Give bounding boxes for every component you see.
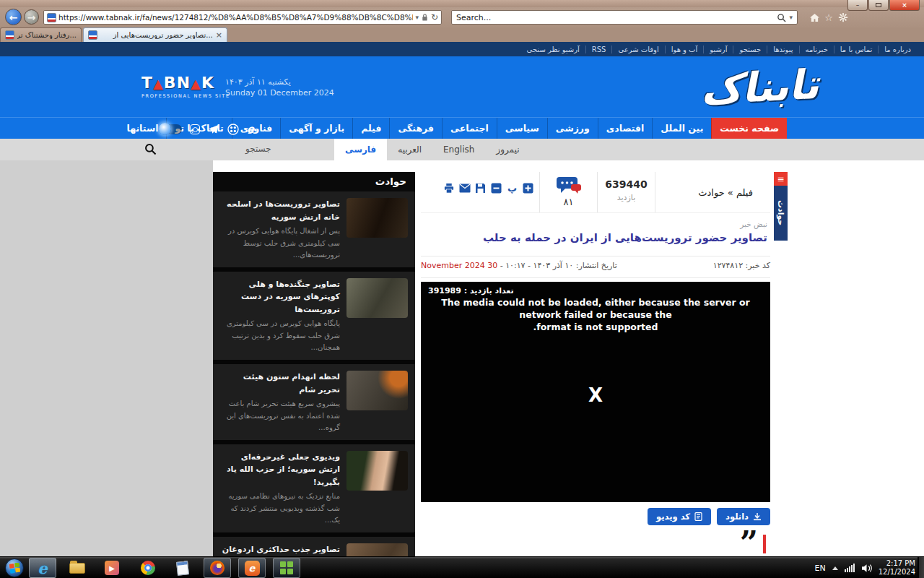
browser-navbar: ← → ▾ ↻ ▾ ☆: [0, 7, 924, 27]
tabnak-logo[interactable]: T▲BN▲K PROFESSIONAL NEWS SITE: [141, 74, 230, 99]
taskbar-chrome-icon[interactable]: [134, 558, 162, 578]
download-icon: [753, 512, 762, 521]
views-count: 639440: [598, 178, 655, 190]
comments-block[interactable]: ۸۱: [540, 172, 598, 212]
address-bar[interactable]: ▾ ↻: [43, 10, 442, 25]
forward-button[interactable]: →: [24, 9, 39, 25]
tab-active[interactable]: ...تصاویر حضور تروریست‌هایی از ×: [83, 27, 227, 42]
quote-mark-icon: ”: [740, 535, 758, 552]
breadcrumb[interactable]: فیلم » حوادث: [655, 172, 770, 212]
decrease-font-icon[interactable]: [490, 182, 502, 194]
settings-gear-icon[interactable]: [837, 12, 849, 23]
search-options-caret[interactable]: ▾: [789, 14, 793, 21]
taskbar-media-player-icon[interactable]: ▶: [98, 558, 126, 578]
url-dropdown-icon[interactable]: ▾: [415, 14, 419, 21]
taskbar-ie-icon[interactable]: e: [29, 558, 56, 578]
volume-icon[interactable]: [861, 564, 872, 573]
list-item[interactable]: ویدیوی جعلی غیرحرفه‌ای ارتش سوریه؛ از حز…: [213, 444, 415, 537]
instagram-icon[interactable]: [190, 124, 200, 134]
utility-link-rss[interactable]: RSS: [585, 46, 612, 53]
list-item[interactable]: تصاویر جذب حداکثری اردوغان برای حمله به …: [213, 537, 415, 556]
nav-item-culture[interactable]: فرهنگی: [389, 118, 442, 139]
utility-link-prayer-times[interactable]: اوقات شرعی: [611, 46, 664, 53]
lang-tab-farsi[interactable]: فارسی: [334, 139, 387, 160]
article-title: تصاویر حضور تروریست‌هایی از ایران در حمل…: [424, 231, 767, 244]
utility-link-poll-archive[interactable]: آرشیو نظر سنجی: [521, 46, 585, 53]
minimize-button[interactable]: –: [847, 0, 868, 11]
increase-font-icon[interactable]: [522, 182, 534, 194]
list-item[interactable]: لحظه انهدام ستون هیئت تحریر شام پیشروی س…: [213, 364, 415, 444]
nav-item-home[interactable]: صفحه نخست: [711, 118, 787, 139]
tab-inactive[interactable]: ...رفتار وحشتناک تروریست‌ها در مقر: [0, 27, 82, 42]
maximize-button[interactable]: [868, 0, 889, 11]
back-button[interactable]: ←: [5, 9, 22, 25]
utility-link-links[interactable]: پیوندها: [767, 46, 798, 53]
nav-item-international[interactable]: بین الملل: [652, 118, 711, 139]
tab-close-icon[interactable]: ×: [216, 30, 222, 40]
utility-link-archive[interactable]: آرشیو: [703, 46, 733, 53]
theme-toggle[interactable]: [160, 124, 182, 134]
lang-tab-english[interactable]: English: [432, 139, 485, 160]
nav-item-market-ads[interactable]: بازار و آگهی: [280, 118, 352, 139]
show-desktop-button[interactable]: [918, 557, 924, 578]
section-menu-icon[interactable]: ≡: [774, 172, 788, 186]
tab-strip: ...رفتار وحشتناک تروریست‌ها در مقر ...تص…: [0, 27, 924, 42]
browser-search-box[interactable]: ▾: [451, 10, 798, 25]
download-button[interactable]: دانلود: [717, 508, 770, 525]
utility-link-about[interactable]: درباره ما: [878, 46, 917, 53]
language-indicator[interactable]: EN: [815, 564, 826, 573]
utility-link-weather[interactable]: آب و هوا: [665, 46, 704, 53]
nav-item-social[interactable]: اجتماعی: [442, 118, 497, 139]
utility-link-search[interactable]: جستجو: [733, 46, 767, 53]
video-code-button[interactable]: کد ویدیو: [648, 508, 711, 525]
video-player[interactable]: تعداد بازدید : 391989 The media could no…: [421, 282, 770, 502]
save-icon[interactable]: [474, 182, 487, 194]
taskbar-notepad-icon[interactable]: [169, 558, 196, 578]
email-icon[interactable]: [458, 182, 471, 194]
nav-item-sports[interactable]: ورزشی: [547, 118, 598, 139]
video-views: تعداد بازدید : 391989: [428, 286, 514, 296]
close-button[interactable]: ×: [889, 0, 920, 11]
lang-tab-nimrooz[interactable]: نیمروز: [485, 139, 530, 160]
green-flag-icon: [280, 561, 293, 574]
tab-inactive-title: ...رفتار وحشتناک تروریست‌ها در مقر: [17, 31, 77, 39]
url-input[interactable]: [58, 13, 413, 22]
utility-link-newsletter[interactable]: خبرنامه: [799, 46, 834, 53]
home-icon[interactable]: [808, 12, 820, 23]
taskbar-green-app-icon[interactable]: [273, 558, 300, 578]
news-code: کد خبر: ۱۲۷۴۸۱۲: [713, 261, 770, 270]
refresh-icon[interactable]: ↻: [431, 12, 438, 22]
list-item[interactable]: تصاویر جنگنده‌ها و هلی کوپترهای سوریه در…: [213, 272, 415, 364]
comments-icon: [556, 176, 582, 195]
eitaa-icon[interactable]: e: [247, 123, 254, 136]
hidden-icons-caret[interactable]: [832, 566, 838, 570]
news-thumbnail: [346, 371, 408, 410]
print-icon[interactable]: [443, 182, 455, 194]
lang-tab-arabic[interactable]: العربيه: [387, 139, 432, 160]
favorites-star-icon[interactable]: ☆: [823, 12, 834, 23]
publish-date-fa: تاریخ انتشار: ۱۰ آذر ۱۴۰۳ - ۱۰:۱۷ -: [500, 261, 617, 270]
start-button[interactable]: [5, 558, 24, 577]
telegram-icon[interactable]: [208, 124, 219, 134]
site-search-icon[interactable]: [144, 143, 157, 155]
taskbar-eitaa-icon[interactable]: e: [238, 558, 266, 578]
site-header: T▲BN▲K PROFESSIONAL NEWS SITE یکشنبه ۱۱ …: [0, 56, 924, 117]
utility-link-contact[interactable]: تماس با ما: [834, 46, 878, 53]
taskbar-firefox-icon[interactable]: [204, 558, 231, 578]
section-vertical-tab[interactable]: حوادث: [774, 186, 788, 241]
nav-item-film[interactable]: فیلم: [352, 118, 389, 139]
taskbar-clock[interactable]: 2:17 PM 12/1/2024: [879, 559, 915, 577]
aparat-icon[interactable]: [227, 124, 239, 135]
news-subtitle: منابع نزدیک به نیروهای نظامی سوریه شب گذ…: [220, 491, 340, 527]
news-title: تصاویر جنگنده‌ها و هلی کوپترهای سوریه در…: [220, 278, 340, 316]
taskbar-explorer-icon[interactable]: [64, 558, 91, 578]
list-item[interactable]: تصاویر تروریست‌ها در اسلحه خانه ارتش سور…: [213, 191, 415, 272]
nav-item-economy[interactable]: اقتصادی: [598, 118, 652, 139]
search-go-icon[interactable]: [777, 13, 786, 22]
site-search-label[interactable]: جستجو: [245, 144, 271, 154]
persian-print-icon[interactable]: پ: [506, 182, 518, 194]
nav-item-politics[interactable]: سیاسی: [497, 118, 547, 139]
browser-search-input[interactable]: [456, 13, 774, 22]
network-icon[interactable]: [845, 564, 855, 572]
views-block: 639440 بازدید: [598, 172, 655, 212]
